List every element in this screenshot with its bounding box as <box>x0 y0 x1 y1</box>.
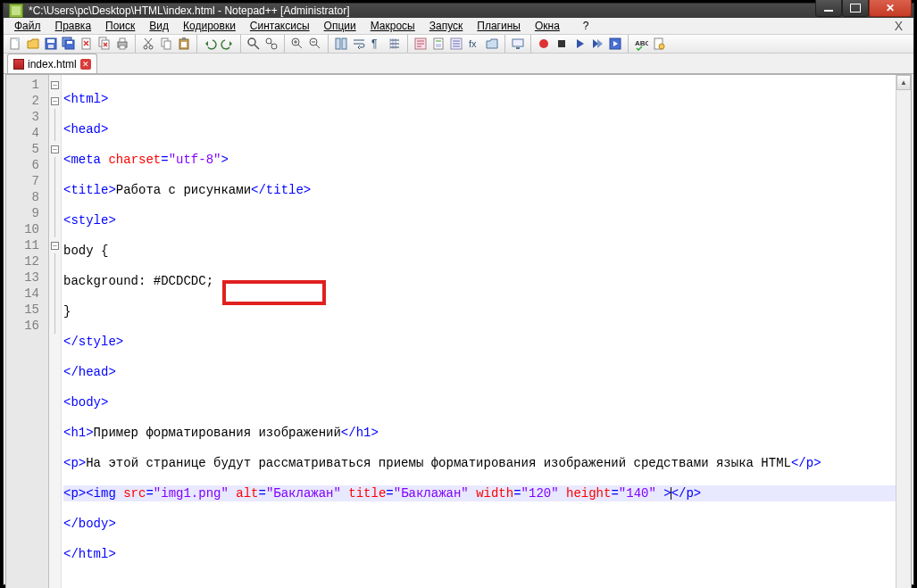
zoom-out-icon[interactable] <box>307 36 323 52</box>
find-icon[interactable] <box>246 36 262 52</box>
tab-bar: index.html ✕ <box>4 54 913 74</box>
line-number-gutter: 1 2 3 4 5 6 7 8 9 10 11 12 13 14 15 16 <box>6 75 49 588</box>
menu-file[interactable]: Файл <box>7 18 48 34</box>
macro-save-icon[interactable] <box>607 36 623 52</box>
macro-record-icon[interactable] <box>536 36 552 52</box>
titlebar[interactable]: *C:\Users\pc\Desktop\HTML\index.html - N… <box>4 4 913 18</box>
svg-point-37 <box>539 39 548 48</box>
macro-stop-icon[interactable] <box>554 36 570 52</box>
vertical-scrollbar[interactable]: ▲ ▼ <box>896 75 911 588</box>
print-icon[interactable] <box>114 36 130 52</box>
svg-rect-32 <box>436 44 441 47</box>
macro-play-icon[interactable] <box>571 36 588 52</box>
svg-point-21 <box>248 38 255 46</box>
save-icon[interactable] <box>43 36 59 52</box>
menu-macros[interactable]: Макросы <box>363 18 422 34</box>
menu-encoding[interactable]: Кодировки <box>176 18 243 34</box>
user-lang-icon[interactable] <box>413 36 429 52</box>
doc-map-icon[interactable] <box>430 36 446 52</box>
svg-rect-19 <box>182 37 186 40</box>
fold-column: − − − − <box>49 75 62 588</box>
indent-guide-icon[interactable] <box>387 36 403 52</box>
window-title: *C:\Users\pc\Desktop\HTML\index.html - N… <box>29 4 815 17</box>
svg-rect-31 <box>436 40 441 42</box>
menu-close-doc[interactable]: X <box>888 19 910 33</box>
svg-rect-12 <box>120 38 125 42</box>
code-editor[interactable]: <html> <head> <meta charset="utf-8"> <ti… <box>62 75 896 588</box>
undo-icon[interactable] <box>202 36 218 52</box>
zoom-in-icon[interactable] <box>289 36 305 52</box>
svg-rect-1 <box>16 38 19 41</box>
svg-text:fx: fx <box>469 38 477 49</box>
svg-rect-38 <box>558 40 565 47</box>
cut-icon[interactable] <box>140 36 156 52</box>
show-all-chars-icon[interactable]: ¶ <box>369 36 385 52</box>
close-file-icon[interactable] <box>79 36 95 52</box>
menu-windows[interactable]: Окна <box>528 18 567 34</box>
function-list-icon[interactable]: fx <box>466 36 482 52</box>
svg-rect-3 <box>47 39 54 43</box>
sync-scroll-icon[interactable] <box>333 36 349 52</box>
monitor-icon[interactable] <box>510 36 526 52</box>
svg-rect-13 <box>120 46 125 49</box>
tab-label: index.html <box>28 58 77 70</box>
scroll-up-button[interactable]: ▲ <box>896 75 911 90</box>
svg-point-42 <box>659 44 664 49</box>
tab-close-icon[interactable]: ✕ <box>80 59 91 70</box>
svg-rect-7 <box>67 41 72 44</box>
new-file-icon[interactable] <box>7 36 23 52</box>
svg-point-15 <box>149 46 153 49</box>
file-modified-icon <box>13 59 24 70</box>
menu-run[interactable]: Запуск <box>422 18 471 34</box>
svg-rect-17 <box>164 41 171 49</box>
fold-toggle[interactable]: − <box>51 145 59 153</box>
macro-play-multi-icon[interactable] <box>589 36 605 52</box>
svg-rect-36 <box>516 47 520 49</box>
fold-toggle[interactable]: − <box>51 81 59 89</box>
menu-help[interactable]: ? <box>576 18 596 34</box>
tab-index-html[interactable]: index.html ✕ <box>7 54 97 73</box>
app-icon <box>9 4 23 18</box>
fold-toggle[interactable]: − <box>51 242 59 250</box>
redo-icon[interactable] <box>220 36 236 52</box>
replace-icon[interactable] <box>263 36 279 52</box>
menu-edit[interactable]: Правка <box>48 18 99 34</box>
maximize-button[interactable] <box>842 0 869 17</box>
word-wrap-icon[interactable] <box>351 36 367 52</box>
fold-toggle[interactable]: − <box>51 97 59 105</box>
svg-rect-26 <box>336 38 340 49</box>
about-icon[interactable] <box>651 36 667 52</box>
svg-rect-35 <box>513 39 523 46</box>
copy-icon[interactable] <box>158 36 174 52</box>
menu-search[interactable]: Поиск <box>98 18 142 34</box>
doc-list-icon[interactable] <box>448 36 464 52</box>
minimize-button[interactable] <box>815 0 842 17</box>
paste-icon[interactable] <box>176 36 192 52</box>
menubar: Файл Правка Поиск Вид Кодировки Синтакси… <box>4 18 913 35</box>
toolbar: ¶ fx ABC <box>4 35 913 54</box>
svg-text:¶: ¶ <box>371 37 377 50</box>
menu-syntax[interactable]: Синтаксисы <box>243 18 317 34</box>
save-all-icon[interactable] <box>61 36 77 52</box>
menu-view[interactable]: Вид <box>142 18 176 34</box>
close-all-icon[interactable] <box>96 36 113 52</box>
svg-point-14 <box>144 46 147 49</box>
open-file-icon[interactable] <box>25 36 41 52</box>
application-window: *C:\Users\pc\Desktop\HTML\index.html - N… <box>3 3 914 585</box>
menu-options[interactable]: Опции <box>317 18 363 34</box>
close-window-button[interactable] <box>869 0 912 17</box>
editor-area: 1 2 3 4 5 6 7 8 9 10 11 12 13 14 15 16 −… <box>5 74 912 588</box>
svg-rect-4 <box>48 45 54 48</box>
svg-rect-27 <box>342 38 346 49</box>
spellcheck-icon[interactable]: ABC <box>633 36 649 52</box>
svg-rect-20 <box>181 42 187 47</box>
menu-plugins[interactable]: Плагины <box>470 18 528 34</box>
folder-workspace-icon[interactable] <box>484 36 500 52</box>
